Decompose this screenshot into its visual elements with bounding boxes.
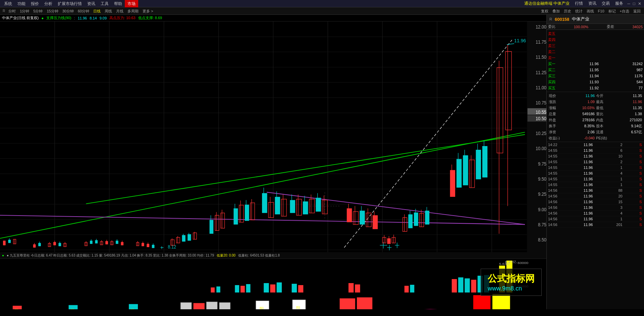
stat-zuigao-label: 最高 — [596, 99, 603, 104]
menu-trade[interactable]: 交易 — [599, 1, 612, 6]
btn-overlay[interactable]: 叠加 — [550, 7, 562, 15]
menu-system[interactable]: 系统 — [1, 0, 15, 7]
trade-dir-3: S — [639, 160, 643, 164]
buy1-label: 买一 — [548, 61, 558, 66]
watermark-main: 公式指标网 — [488, 272, 535, 285]
btn-more[interactable]: 更多 > — [141, 7, 155, 15]
stat-zhangdie-val: 1.09 — [588, 100, 595, 104]
menu-info[interactable]: 资讯 — [85, 0, 98, 7]
stat-xianprice: 现价 11.96 — [548, 93, 595, 99]
btn-watchlist[interactable]: +自选 — [618, 7, 631, 15]
svg-text:12.00: 12.00 — [536, 24, 546, 30]
svg-rect-99 — [182, 235, 185, 241]
buy3-vol: 1176 — [623, 74, 643, 78]
btn-monthly[interactable]: 月线 — [114, 7, 125, 15]
btn-return[interactable]: 返回 — [631, 7, 643, 15]
menu-quote[interactable]: 报价 — [28, 0, 42, 7]
pattern-svg: 阳 阳 阳 阳 阳 — [0, 292, 546, 309]
svg-rect-228 — [194, 303, 204, 309]
trade-dir-5: S — [639, 171, 643, 175]
svg-text:9.50: 9.50 — [538, 177, 546, 182]
sell1-row: 卖一 — [548, 55, 643, 61]
trade-dir-12: S — [639, 211, 643, 215]
menu-quotes[interactable]: 行情 — [572, 1, 586, 6]
candlestick-chart[interactable]: 12.00 11.75 11.50 11.25 11.00 10.75 10.5… — [0, 21, 546, 252]
svg-rect-238 — [493, 294, 510, 309]
btn-multi[interactable]: 多周期 — [125, 7, 141, 15]
stat-zuigao: 最高 11.96 — [595, 99, 643, 105]
btn-draw[interactable]: 画线 — [585, 7, 596, 15]
btn-minute[interactable]: 分时 — [6, 7, 18, 15]
svg-rect-205 — [410, 285, 414, 292]
trade-list: 14:22 11.96 2 S 14:55 11.96 6 S 14:55 11… — [547, 142, 644, 309]
svg-rect-137 — [316, 198, 321, 212]
top-right-menu: 通达信金融终端 中体产业 行情 资讯 交易 服务 ─ □ ✕ — [522, 1, 643, 6]
buy2-price: 11.95 — [582, 68, 599, 72]
status-lowvol: 低量20: 0.00 — [217, 253, 235, 258]
high-pressure: 高点压力: 10.63 — [109, 15, 136, 20]
svg-rect-115 — [245, 205, 249, 221]
btn-15min[interactable]: 15分钟 — [45, 7, 60, 15]
buy4-label: 买四 — [548, 80, 558, 85]
btn-5min[interactable]: 5分钟 — [31, 7, 45, 15]
svg-text:6.47亿: 6.47亿 — [505, 260, 517, 264]
menu-tools[interactable]: 工具 — [98, 0, 111, 7]
stat-jingzi-val: 2.06 — [588, 130, 595, 134]
trade-dir-6: S — [639, 177, 643, 181]
window-minimize[interactable]: ─ — [626, 1, 632, 6]
stat-pe: PE(动) — [595, 135, 643, 141]
stat-huanshou: 换手 8.35% — [548, 123, 595, 129]
svg-rect-195 — [240, 286, 245, 292]
trade-price-3: 11.96 — [578, 160, 593, 164]
toolbar-indicator: R — [1, 9, 6, 13]
chart-area[interactable]: 中体产业(日线 前复权) ● 支撑压力线(90) : 11.96 8.14 9.… — [0, 15, 547, 309]
menu-market[interactable]: 市场 — [125, 0, 138, 7]
buy1-price: 11.96 — [582, 62, 599, 66]
window-maximize[interactable]: □ — [632, 1, 637, 6]
stat-jinkai-label: 今开 — [596, 93, 603, 98]
btn-mark[interactable]: 标记 — [606, 7, 618, 15]
main-area: 中体产业(日线 前复权) ● 支撑压力线(90) : 11.96 8.14 9.… — [0, 15, 644, 309]
stat-zuigao-val: 11.96 — [633, 100, 642, 104]
trade-dir-11: S — [639, 206, 643, 210]
trade-price-13: 11.96 — [578, 217, 593, 221]
trade-time-14: 14:56 — [548, 223, 561, 227]
trade-time-10: 14:56 — [548, 200, 561, 204]
menu-analysis[interactable]: 分析 — [42, 0, 55, 7]
sell3-label: 卖三 — [548, 43, 558, 48]
svg-text:60000: 60000 — [518, 261, 528, 265]
menu-market-ext[interactable]: 扩展市场行情 — [55, 0, 85, 7]
menu-service[interactable]: 服务 — [612, 1, 626, 6]
btn-f10[interactable]: F10 — [596, 7, 606, 15]
buy5-price: 11.92 — [582, 86, 599, 90]
btn-30min[interactable]: 30分钟 — [60, 7, 76, 15]
trade-price-6: 11.96 — [578, 177, 593, 181]
svg-rect-183 — [482, 146, 487, 177]
btn-daily[interactable]: 日线 — [91, 7, 103, 15]
stat-shouyi: 收益(-) -0.040 — [548, 135, 595, 141]
stat-zhangfu-val: 10.03% — [582, 106, 595, 110]
btn-1min[interactable]: 1分钟 — [18, 7, 31, 15]
trade-row-7: 14:55 11.96 1 S — [547, 182, 644, 188]
trade-time-9: 14:56 — [548, 194, 561, 198]
stat-liangbi: 量比 1.38 — [595, 111, 643, 117]
stat-geben: 股本 9.14亿 — [595, 123, 643, 129]
menu-function[interactable]: 功能 — [15, 0, 28, 7]
trade-row-12: 14:56 11.96 4 S — [547, 211, 644, 216]
menu-news[interactable]: 资讯 — [586, 1, 599, 6]
btn-restore[interactable]: 复权 — [539, 7, 550, 15]
svg-text:阳: 阳 — [130, 309, 134, 309]
trade-row-11: 14:56 11.96 3 S — [547, 205, 644, 211]
btn-history[interactable]: 历史 — [562, 7, 573, 15]
trade-row-4: 14:55 11.96 1 S — [547, 165, 644, 171]
svg-rect-149 — [373, 215, 378, 229]
window-close[interactable]: ✕ — [637, 1, 643, 6]
trade-time-11: 14:56 — [548, 206, 561, 210]
menu-help[interactable]: 帮助 — [111, 0, 125, 7]
svg-rect-199 — [277, 282, 282, 292]
btn-60min[interactable]: 60分钟 — [76, 7, 91, 15]
trade-price-11: 11.96 — [578, 206, 593, 210]
btn-stats[interactable]: 统计 — [573, 7, 585, 15]
btn-weekly[interactable]: 周线 — [103, 7, 114, 15]
stat-shouyi-label: 收益(-) — [549, 136, 560, 141]
